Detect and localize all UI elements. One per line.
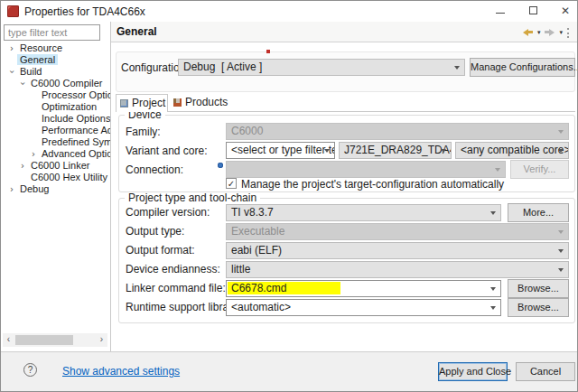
show-advanced-settings-link[interactable]: Show advanced settings xyxy=(62,365,180,378)
combo-chevron-icon xyxy=(454,66,460,70)
maximize-icon xyxy=(529,6,537,14)
expand-arrow-icon[interactable]: › xyxy=(17,160,28,172)
forward-dropdown-icon[interactable]: ▾ xyxy=(559,29,563,36)
sidebar-item-advanced-options[interactable]: ›Advanced Optic xyxy=(1,148,110,160)
combo-chevron-icon xyxy=(558,149,564,153)
device-endianness-select[interactable]: little xyxy=(226,261,569,278)
runtime-browse-button[interactable]: Browse... xyxy=(508,298,569,317)
linker-command-file-label: Linker command file: xyxy=(126,283,226,294)
tab-products[interactable]: Products xyxy=(170,94,231,112)
back-arrow-icon[interactable] xyxy=(523,29,533,36)
page-header: General ▾ ▾ xyxy=(111,22,578,42)
toolchain-group-legend: Project type and tool-chain xyxy=(125,192,260,204)
window-title: Properties for TDA4C66x xyxy=(24,5,145,18)
expand-arrow-icon[interactable]: › xyxy=(6,42,17,54)
output-type-select: Executable xyxy=(226,223,569,240)
title-bar: Properties for TDA4C66x ✕ xyxy=(1,1,577,22)
expand-arrow-icon[interactable]: › xyxy=(17,79,29,89)
connection-label: Connection: xyxy=(126,164,183,176)
combo-chevron-icon xyxy=(558,268,564,272)
linker-command-file-input[interactable]: C6678.cmd xyxy=(226,280,501,297)
scroll-left-icon[interactable]: ‹ xyxy=(3,333,14,347)
products-tab-icon xyxy=(173,98,182,107)
properties-nav-sidebar: ›Resource General ›Build ›C6000 Compiler… xyxy=(1,22,111,353)
compiler-version-label: Compiler version: xyxy=(126,207,210,219)
linker-browse-button[interactable]: Browse... xyxy=(508,279,569,298)
combo-chevron-icon xyxy=(558,130,564,134)
minimize-icon xyxy=(496,13,505,14)
combo-chevron-icon xyxy=(490,306,496,310)
properties-dialog: Properties for TDA4C66x ✕ ›Resource Gene… xyxy=(0,0,578,392)
manage-target-config-label: Manage the project's target-configuratio… xyxy=(241,179,504,191)
page-title: General xyxy=(117,25,157,38)
forward-arrow-icon[interactable] xyxy=(545,29,555,36)
runtime-support-library-input[interactable]: <automatic> xyxy=(226,299,501,316)
combo-chevron-icon xyxy=(441,149,446,153)
minimize-button[interactable] xyxy=(487,1,514,21)
apply-and-close-button[interactable]: Apply and Close xyxy=(438,362,508,381)
sidebar-item-c6000-compiler[interactable]: ›C6000 Compiler xyxy=(1,78,110,89)
output-format-label: Output format: xyxy=(126,245,195,257)
sidebar-item-resource[interactable]: ›Resource xyxy=(1,42,110,54)
compiler-version-select[interactable]: TI v8.3.7 xyxy=(226,204,501,221)
configuration-select[interactable]: Debug [ Active ] xyxy=(178,59,465,76)
variant-select[interactable]: J721E_DRA829_TDA4VM xyxy=(339,142,452,159)
combo-chevron-icon xyxy=(490,287,496,291)
check-icon: ✓ xyxy=(228,179,235,189)
tab-project[interactable]: Project xyxy=(116,94,168,112)
header-toolbar: ▾ ▾ xyxy=(523,27,570,38)
combo-chevron-icon xyxy=(490,211,496,215)
output-type-label: Output type: xyxy=(126,226,184,238)
manage-target-config-checkbox[interactable]: ✓ xyxy=(226,178,237,189)
sidebar-item-c6000-linker[interactable]: ›C6000 Linker xyxy=(1,160,110,172)
sidebar-item-general[interactable]: General xyxy=(1,54,110,66)
runtime-support-library-label: Runtime support library: xyxy=(126,302,240,313)
view-menu-icon[interactable] xyxy=(567,28,570,38)
dialog-button-bar: ? Show advanced settings Apply and Close… xyxy=(1,351,577,391)
toolchain-group: Project type and tool-chain Compiler ver… xyxy=(118,198,575,323)
sidebar-item-processor-options[interactable]: Processor Optio xyxy=(1,89,110,101)
family-label: Family: xyxy=(126,126,161,138)
red-mark-annotation xyxy=(266,50,270,53)
close-button[interactable]: ✕ xyxy=(552,1,578,21)
properties-tree: ›Resource General ›Build ›C6000 Compiler… xyxy=(1,42,110,195)
sidebar-item-optimization[interactable]: Optimization xyxy=(1,101,110,113)
sidebar-horizontal-scrollbar[interactable]: ‹ › xyxy=(3,333,107,347)
sidebar-item-c6000-hex-utility[interactable]: C6000 Hex Utility xyxy=(1,172,110,183)
combo-chevron-icon xyxy=(558,249,564,253)
help-icon[interactable]: ? xyxy=(23,363,37,377)
filter-input[interactable] xyxy=(4,24,100,41)
expand-arrow-icon[interactable]: › xyxy=(6,183,17,195)
sidebar-item-build[interactable]: ›Build xyxy=(1,66,110,78)
info-decorator-icon xyxy=(218,163,223,168)
combo-chevron-icon xyxy=(558,230,564,234)
cancel-button[interactable]: Cancel xyxy=(516,362,575,381)
variant-filter-select[interactable]: <select or type filter text> xyxy=(226,142,335,159)
connection-select xyxy=(226,161,506,178)
maximize-button[interactable] xyxy=(519,1,546,21)
verify-button: Verify... xyxy=(510,160,569,179)
properties-dialog-icon xyxy=(7,5,19,17)
close-icon: ✕ xyxy=(561,5,570,17)
core-select[interactable]: <any compatible core> xyxy=(455,142,569,159)
family-select: C6000 xyxy=(226,123,569,140)
combo-chevron-icon xyxy=(324,149,330,153)
main-panel: General ▾ ▾ Configuration: Debug [ Activ… xyxy=(111,22,578,353)
sidebar-item-include-options[interactable]: Include Options xyxy=(1,113,110,125)
scrollbar-thumb[interactable] xyxy=(15,335,73,345)
device-endianness-label: Device endianness: xyxy=(126,264,220,275)
expand-arrow-icon[interactable]: › xyxy=(28,148,39,160)
sidebar-item-debug[interactable]: ›Debug xyxy=(1,183,110,195)
sidebar-item-predefined-symbols[interactable]: Predefined Syml xyxy=(1,136,110,148)
device-group: Device Family: C6000 Variant and core: <… xyxy=(118,115,575,192)
manage-configurations-button[interactable]: Manage Configurations... xyxy=(470,58,575,77)
scroll-right-icon[interactable]: › xyxy=(96,333,107,347)
back-dropdown-icon[interactable]: ▾ xyxy=(537,29,541,36)
more-button[interactable]: More... xyxy=(508,203,569,222)
expand-arrow-icon[interactable]: › xyxy=(6,67,18,78)
combo-chevron-icon xyxy=(495,168,500,172)
variant-and-core-label: Variant and core: xyxy=(126,145,208,157)
sidebar-item-performance-advisor[interactable]: Performance Ad xyxy=(1,125,110,136)
project-tab-icon xyxy=(120,99,128,107)
output-format-select[interactable]: eabi (ELF) xyxy=(226,242,569,259)
